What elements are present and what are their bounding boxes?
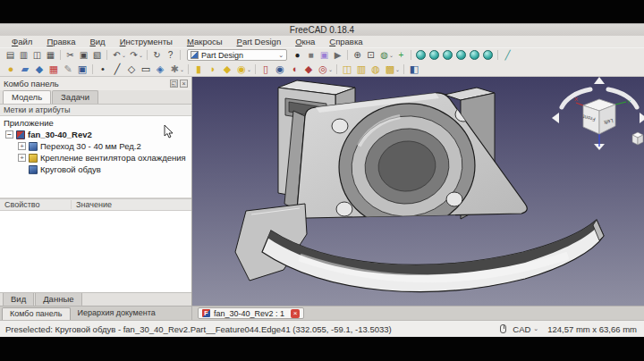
view-right-icon[interactable]	[456, 50, 466, 60]
edit-sketch-icon[interactable]: ✎	[61, 63, 75, 75]
menu-8[interactable]: Справка	[323, 37, 369, 46]
mirrored-icon[interactable]: ◫	[340, 63, 354, 75]
subtractive-loft-icon[interactable]: ◆	[301, 63, 316, 75]
property-table-body[interactable]	[0, 211, 191, 292]
cut-icon[interactable]: ✂	[64, 49, 77, 62]
main-area: Комбо панель ◱ × МодельЗадачи Метки и ат…	[0, 77, 644, 306]
document-close-icon[interactable]: ×	[291, 309, 300, 318]
menu-7[interactable]: Окна	[289, 37, 321, 46]
linear-pattern-icon[interactable]: ▥	[354, 63, 369, 75]
menu-3[interactable]: Вид	[83, 37, 111, 46]
menu-5[interactable]: Макросы	[181, 37, 229, 46]
sketch-bspline-icon[interactable]: ◈	[153, 63, 167, 75]
tree-item-1[interactable]: −fan_30-40_Rev2	[0, 129, 191, 140]
multitransform-dropdown-icon[interactable]: ⌄	[395, 66, 401, 72]
macro-record-icon[interactable]: ●	[291, 49, 304, 62]
menu-4[interactable]: Инструменты	[114, 37, 179, 46]
additive-loft-icon[interactable]: ◆	[220, 63, 234, 75]
cube-icon	[29, 165, 38, 174]
3d-scene: X Y Front Left	[192, 77, 644, 306]
create-sketch-icon[interactable]: ▦	[47, 63, 61, 75]
view-front-icon[interactable]	[429, 50, 439, 60]
pocket-icon[interactable]: ▯	[258, 63, 273, 75]
macro-debug-icon[interactable]: ▣	[318, 49, 331, 62]
tree-item-label: Круговой обдув	[40, 164, 101, 174]
redo-dropdown-icon[interactable]: ⌄	[139, 52, 144, 58]
revolution-icon[interactable]: ◗	[206, 63, 220, 75]
sketch-constraint-dropdown-icon[interactable]: ⌄	[180, 66, 185, 72]
copy-icon[interactable]: ▣	[77, 49, 90, 62]
tree-item-label: fan_30-40_Rev2	[28, 130, 92, 139]
navigation-style-value: CAD	[513, 324, 530, 334]
dock-tab-комбо-панель[interactable]: Комбо панель	[2, 307, 71, 320]
chevron-down-icon: ⌄	[278, 52, 284, 59]
tree-item-label: Переход 30 - 40 мм Ред.2	[40, 141, 141, 151]
macro-play-icon[interactable]: ▶	[331, 49, 344, 62]
toolbar-separator	[92, 64, 93, 74]
view-axonometric-icon[interactable]	[416, 50, 426, 60]
open-document-icon[interactable]: ▥	[17, 49, 30, 62]
sketch-line-icon[interactable]: ╱	[110, 63, 124, 75]
tab-данные[interactable]: Данные	[35, 293, 81, 306]
boolean-icon[interactable]: ◧	[407, 63, 421, 75]
window-title: FreeCAD 0.18.4	[290, 25, 354, 35]
create-body-icon[interactable]: ●	[4, 63, 18, 75]
menu-2[interactable]: Правка	[40, 37, 81, 46]
save-icon[interactable]: ◫	[30, 49, 44, 62]
expand-icon[interactable]: +	[18, 154, 26, 162]
measure-icon[interactable]: ╱	[501, 49, 514, 62]
navigation-style-selector[interactable]: CAD ⌄	[500, 324, 538, 334]
view-rear-icon[interactable]	[470, 50, 479, 60]
create-clone-icon[interactable]: ◆	[32, 63, 47, 75]
groove-icon[interactable]: ◖	[287, 63, 301, 75]
dock-tab-иерархия-документа[interactable]: Иерархия документа	[71, 307, 163, 319]
property-column: Свойство	[0, 200, 72, 209]
whats-this-icon[interactable]: ?	[164, 49, 177, 62]
tab-задачи[interactable]: Задачи	[52, 90, 98, 104]
view-top-icon[interactable]	[443, 50, 453, 60]
map-sketch-icon[interactable]: ▣	[75, 63, 89, 75]
panel-close-icon[interactable]: ×	[180, 80, 188, 88]
menubar: ФайлПравкаВидИнструментыМакросыPart Desi…	[0, 36, 644, 47]
tab-вид[interactable]: Вид	[3, 293, 34, 306]
additive-pipe-dropdown-icon[interactable]: ⌄	[247, 66, 252, 72]
macro-stop-icon[interactable]: ■	[304, 49, 318, 62]
toolbar-separator	[147, 50, 148, 60]
zoom-all-icon[interactable]: ⊡	[364, 49, 377, 62]
statusbar: Preselected: Круговой обдув - fan_30_40_…	[0, 320, 644, 337]
collapse-icon[interactable]: −	[5, 130, 13, 139]
tab-модель[interactable]: Модель	[3, 90, 51, 104]
toolbar-separator	[403, 64, 404, 74]
polar-pattern-icon[interactable]: ◍	[369, 63, 383, 75]
sketch-polyline-icon[interactable]: ▭	[139, 63, 153, 75]
mouse-icon	[500, 324, 506, 333]
toolbar-separator	[255, 64, 256, 74]
hole-icon[interactable]: ◉	[273, 63, 287, 75]
document-tab[interactable]: F fan_30-40_Rev2 : 1 ×	[198, 307, 304, 319]
combo-panel-tabs: МодельЗадачи	[0, 90, 191, 105]
menu-6[interactable]: Part Design	[231, 37, 288, 46]
sketch-polygon-icon[interactable]: ◇	[124, 63, 139, 75]
panel-float-icon[interactable]: ◱	[170, 80, 178, 88]
print-icon[interactable]: ▦	[44, 49, 57, 62]
view-bottom-icon[interactable]	[483, 50, 493, 60]
paste-icon[interactable]: ▧	[90, 49, 104, 62]
pad-icon[interactable]: ▮	[191, 63, 206, 75]
tree-item-4[interactable]: Круговой обдув	[0, 164, 191, 175]
workbench-selector[interactable]: Part Design⌄	[187, 49, 287, 61]
tree-item-3[interactable]: +Крепление вентилятора охлаждения	[0, 152, 191, 164]
3d-viewport[interactable]: X Y Front Left	[192, 77, 644, 306]
menu-1[interactable]: Файл	[5, 37, 38, 46]
create-group-icon[interactable]: ▰	[18, 63, 32, 75]
tree-root-application[interactable]: Приложение	[0, 117, 191, 129]
toolbar-separator	[497, 50, 498, 60]
tree-item-2[interactable]: +Переход 30 - 40 мм Ред.2	[0, 140, 191, 152]
fit-all-icon[interactable]: +	[394, 49, 408, 62]
sketch-point-icon[interactable]: •	[96, 63, 110, 75]
refresh-icon[interactable]: ↻	[150, 49, 164, 62]
new-document-icon[interactable]: ▤	[4, 49, 17, 62]
chevron-down-icon: ⌄	[533, 325, 538, 332]
zoom-in-icon[interactable]: ⊕	[351, 49, 364, 62]
expand-icon[interactable]: +	[18, 142, 26, 150]
subtractive-pipe-dropdown-icon[interactable]: ⌄	[328, 66, 334, 72]
